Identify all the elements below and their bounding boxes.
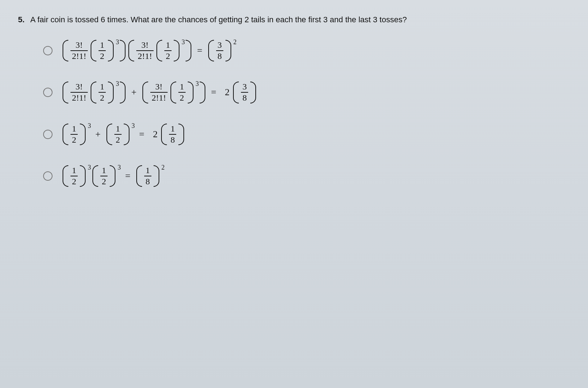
fraction-den: 2	[70, 176, 78, 187]
fraction-num: 1	[99, 40, 106, 50]
fraction-num: 3	[216, 40, 223, 50]
option-a-formula: 3!2!1! 12 3 3!2!1! 12 3	[61, 40, 237, 61]
plus-sign: +	[95, 129, 101, 140]
fraction-den: 2!1!	[70, 93, 88, 103]
fraction-den: 2	[178, 93, 186, 103]
equals-sign: =	[125, 171, 131, 181]
fraction-den: 2	[164, 51, 172, 61]
fraction-num: 3!	[74, 82, 84, 92]
coefficient: 2	[153, 129, 158, 140]
fraction-num: 3!	[74, 40, 84, 50]
fraction-den: 8	[241, 93, 248, 103]
exponent: 3	[88, 164, 91, 171]
exponent: 3	[118, 164, 121, 171]
fraction-num: 1	[169, 124, 176, 134]
fraction-den: 2	[99, 93, 106, 103]
fraction-den: 2	[70, 135, 78, 145]
exponent: 3	[182, 38, 185, 46]
exponent: 2	[161, 164, 165, 171]
exponent: 3	[116, 80, 119, 88]
option-d[interactable]: 12 3 12 3 = 18 2	[43, 165, 570, 187]
fraction-num: 3!	[154, 82, 164, 92]
option-a[interactable]: 3!2!1! 12 3 3!2!1! 12 3	[43, 40, 570, 61]
equals-sign: =	[197, 45, 202, 56]
fraction-num: 3!	[140, 40, 150, 50]
fraction-den: 2!1!	[150, 93, 168, 103]
option-c[interactable]: 12 3 + 12 3 = 2 18	[43, 124, 570, 145]
equals-sign: =	[211, 87, 216, 98]
exponent: 2	[233, 38, 237, 46]
fraction-num: 1	[99, 82, 106, 92]
radio-a[interactable]	[43, 46, 53, 55]
fraction-den: 2	[99, 51, 106, 61]
question-text: A fair coin is tossed 6 times. What are …	[30, 14, 407, 26]
option-b-formula: 3!2!1! 12 3 + 3!2!1! 12 3	[61, 82, 257, 103]
fraction-num: 1	[114, 124, 122, 134]
fraction-num: 1	[164, 40, 172, 50]
fraction-den: 8	[144, 176, 151, 187]
exponent: 3	[132, 122, 135, 130]
exponent: 3	[88, 122, 91, 130]
fraction-den: 8	[169, 135, 176, 145]
fraction-num: 1	[144, 165, 151, 176]
equals-sign: =	[139, 129, 145, 140]
radio-d[interactable]	[43, 171, 53, 181]
fraction-den: 8	[216, 51, 223, 61]
question-number: 5.	[18, 15, 24, 24]
exponent: 3	[196, 80, 199, 88]
fraction-den: 2!1!	[136, 51, 154, 61]
option-d-formula: 12 3 12 3 = 18 2	[61, 165, 165, 187]
radio-c[interactable]	[43, 130, 53, 139]
plus-sign: +	[131, 87, 137, 98]
fraction-den: 2!1!	[70, 51, 88, 61]
fraction-den: 2	[100, 176, 108, 187]
coefficient: 2	[225, 87, 229, 98]
radio-b[interactable]	[43, 88, 53, 97]
fraction-den: 2	[114, 135, 122, 145]
fraction-num: 1	[100, 165, 108, 176]
options-group: 3!2!1! 12 3 3!2!1! 12 3	[18, 40, 570, 187]
fraction-num: 1	[178, 82, 186, 92]
fraction-num: 1	[70, 165, 78, 176]
fraction-num: 3	[241, 82, 248, 92]
fraction-num: 1	[70, 124, 78, 134]
option-c-formula: 12 3 + 12 3 = 2 18	[61, 124, 186, 145]
exponent: 3	[116, 38, 119, 46]
option-b[interactable]: 3!2!1! 12 3 + 3!2!1! 12 3	[43, 82, 570, 103]
